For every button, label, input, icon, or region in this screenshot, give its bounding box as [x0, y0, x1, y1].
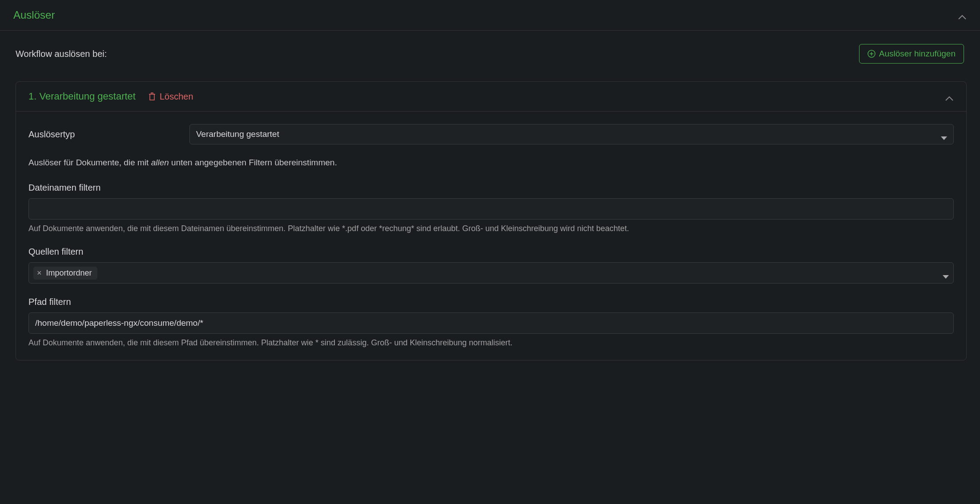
help-prefix: Auslöser für Dokumente, die mit	[28, 158, 151, 167]
chevron-up-icon	[945, 94, 954, 99]
trigger-type-label: Auslösertyp	[28, 129, 189, 140]
trigger-type-value: Verarbeitung gestartet	[196, 129, 279, 139]
workflow-trigger-label: Workflow auslösen bei:	[16, 49, 107, 59]
trash-icon	[148, 92, 156, 101]
trigger-type-row: Auslösertyp Verarbeitung gestartet	[28, 124, 954, 144]
trigger-title: 1. Verarbeitung gestartet	[28, 91, 136, 102]
chevron-up-icon	[958, 12, 967, 18]
delete-label: Löschen	[160, 92, 193, 102]
path-filter-label: Pfad filtern	[28, 297, 954, 307]
path-filter-hint: Auf Dokumente anwenden, die mit diesem P…	[28, 338, 954, 348]
filename-filter-label: Dateinamen filtern	[28, 183, 954, 193]
trigger-card: 1. Verarbeitung gestartet Löschen Auslös…	[16, 81, 967, 360]
trigger-body: Auslösertyp Verarbeitung gestartet Auslö…	[16, 112, 966, 360]
trigger-card-header[interactable]: 1. Verarbeitung gestartet Löschen	[16, 82, 966, 112]
caret-down-icon	[943, 271, 949, 275]
help-suffix: unten angegebenen Filtern übereinstimmen…	[169, 158, 337, 167]
panel-header[interactable]: Auslöser	[0, 0, 980, 31]
toolbar: Workflow auslösen bei: Auslöser hinzufüg…	[16, 44, 967, 64]
plus-circle-icon	[868, 50, 876, 58]
trigger-help-text: Auslöser für Dokumente, die mit allen un…	[28, 158, 954, 168]
panel-body: Workflow auslösen bei: Auslöser hinzufüg…	[0, 31, 980, 369]
sources-filter-select[interactable]: × Importordner	[28, 262, 954, 284]
help-italic: allen	[151, 158, 169, 167]
caret-down-icon	[941, 132, 947, 136]
trigger-type-select[interactable]: Verarbeitung gestartet	[189, 124, 954, 144]
panel-title: Auslöser	[13, 9, 55, 21]
add-trigger-label: Auslöser hinzufügen	[879, 49, 956, 59]
source-chip: × Importordner	[33, 267, 97, 280]
filename-filter-hint: Auf Dokumente anwenden, die mit diesem D…	[28, 224, 954, 233]
filename-filter-group: Dateinamen filtern Auf Dokumente anwende…	[28, 183, 954, 233]
sources-filter-label: Quellen filtern	[28, 247, 954, 257]
add-trigger-button[interactable]: Auslöser hinzufügen	[859, 44, 964, 64]
delete-trigger-button[interactable]: Löschen	[148, 92, 193, 102]
sources-filter-group: Quellen filtern × Importordner	[28, 247, 954, 284]
source-chip-label: Importordner	[46, 268, 92, 278]
filename-filter-input[interactable]	[28, 198, 954, 220]
svg-marker-4	[943, 275, 949, 279]
close-icon[interactable]: ×	[37, 269, 42, 277]
svg-marker-3	[941, 136, 947, 140]
trigger-header-left: 1. Verarbeitung gestartet Löschen	[28, 91, 193, 102]
path-filter-group: Pfad filtern Auf Dokumente anwenden, die…	[28, 297, 954, 348]
triggers-panel: Auslöser Workflow auslösen bei: Auslöser…	[0, 0, 980, 369]
path-filter-input[interactable]	[28, 312, 954, 334]
